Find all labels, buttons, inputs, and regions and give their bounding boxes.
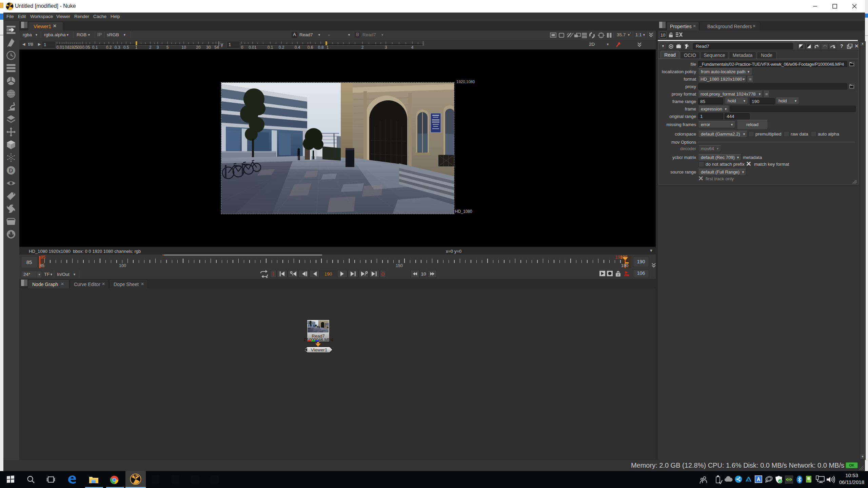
svg-text:0.1: 0.1 — [268, 45, 273, 49]
svg-text:0.3: 0.3 — [115, 45, 120, 49]
svg-text:54: 54 — [214, 45, 219, 49]
svg-text:0.1: 0.1 — [92, 45, 98, 49]
svg-text:4: 4 — [411, 45, 414, 49]
svg-text:190: 190 — [324, 271, 332, 277]
svg-text:3: 3 — [157, 45, 159, 49]
svg-text:0.5: 0.5 — [123, 45, 129, 49]
svg-text:20: 20 — [196, 45, 201, 49]
svg-text:1: 1 — [327, 45, 329, 49]
svg-text:0: 0 — [241, 45, 243, 49]
svg-text:0.8: 0.8 — [318, 45, 324, 49]
svg-text:0.01: 0.01 — [249, 45, 257, 49]
svg-text:3: 3 — [385, 45, 387, 49]
svg-text:0.01: 0.01 — [56, 45, 64, 49]
svg-text:1: 1 — [135, 45, 138, 49]
svg-text:30: 30 — [206, 45, 211, 49]
svg-text:3: 3 — [80, 45, 82, 49]
svg-text:10: 10 — [421, 271, 426, 277]
svg-text:0.2: 0.2 — [279, 45, 284, 49]
svg-text:2: 2 — [361, 45, 364, 49]
svg-text:I: I — [273, 271, 274, 277]
svg-text:0.4: 0.4 — [295, 45, 300, 49]
svg-text:10: 10 — [181, 45, 186, 49]
svg-text:6: 6 — [67, 45, 70, 49]
svg-text:O: O — [381, 271, 385, 277]
svg-text:0.6: 0.6 — [308, 45, 313, 49]
svg-text:D: D — [9, 167, 13, 174]
svg-text:Viewer1: Viewer1 — [311, 347, 328, 352]
svg-text:5: 5 — [166, 45, 169, 49]
svg-text:0.05: 0.05 — [82, 45, 90, 49]
svg-text:2: 2 — [149, 45, 152, 49]
svg-text:0.2: 0.2 — [106, 45, 112, 49]
